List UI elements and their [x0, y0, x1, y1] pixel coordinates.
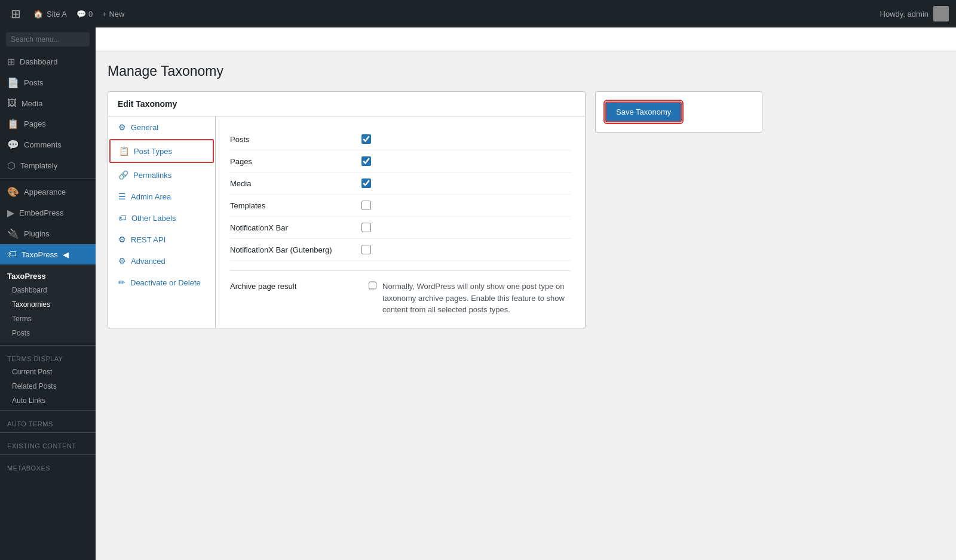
rest-api-icon: ⚙	[118, 235, 126, 244]
media-icon: 🖼	[7, 98, 17, 109]
nav-item-label: General	[131, 123, 158, 132]
archive-right: Normally, WordPress will only show one p…	[369, 281, 571, 316]
sidebar-divider	[0, 179, 96, 179]
comments-icon: 💬	[76, 10, 86, 19]
post-type-row-pages: Pages	[230, 150, 571, 173]
top-bar	[96, 27, 956, 51]
right-sidebar: Save Taxonomy	[595, 91, 762, 328]
sidebar-item-label: Pages	[24, 119, 46, 128]
appearance-icon: 🎨	[7, 186, 19, 198]
existing-content-section-label: Existing Content	[0, 435, 96, 452]
taxopress-icon: 🏷	[7, 249, 17, 260]
comments-menu-icon: 💬	[7, 139, 19, 150]
sidebar-item-label: Media	[22, 99, 42, 108]
save-taxonomy-button[interactable]: Save Taxonomy	[605, 101, 682, 122]
sidebar-item-taxopress[interactable]: 🏷 TaxoPress ◀	[0, 244, 96, 264]
home-icon: 🏠	[33, 10, 43, 19]
sidebar-divider-4	[0, 432, 96, 433]
edit-taxonomy-header: Edit Taxonomy	[108, 92, 585, 116]
post-type-label-templates: Templates	[230, 201, 361, 210]
edit-taxonomy-body: ⚙ General 📋 Post Types 🔗 Permalinks	[108, 116, 585, 328]
page-title: Manage Taxonomy	[108, 63, 944, 79]
new-content-link[interactable]: + New	[102, 10, 124, 19]
advanced-icon: ⚙	[118, 256, 126, 266]
sidebar-item-appearance[interactable]: 🎨 Appearance	[0, 181, 96, 202]
post-type-label-pages: Pages	[230, 157, 361, 166]
submenu-title: TaxoPress	[0, 267, 96, 283]
post-type-row-notificationx: NotificationX Bar	[230, 217, 571, 239]
sidebar-item-pages[interactable]: 📋 Pages	[0, 113, 96, 134]
sidebar-search-container	[0, 27, 96, 51]
nav-item-general[interactable]: ⚙ General	[108, 116, 215, 138]
taxonomy-content-area: Posts Pages Media Templates	[216, 116, 585, 328]
sidebar-item-embedpress[interactable]: ▶ EmbedPress	[0, 202, 96, 223]
submenu-item-taxonomies[interactable]: Taxonomies	[0, 297, 96, 312]
taxonomy-nav: ⚙ General 📋 Post Types 🔗 Permalinks	[108, 116, 216, 328]
submenu-item-terms[interactable]: Terms	[0, 312, 96, 326]
sidebar-item-label: Plugins	[24, 229, 50, 238]
wp-wrapper: ⊞ Dashboard 📄 Posts 🖼 Media 📋 Pages 💬 Co…	[0, 27, 956, 560]
metaboxes-section-label: Metaboxes	[0, 457, 96, 474]
nav-item-label: REST API	[131, 235, 166, 244]
nav-item-label: Other Labels	[131, 214, 176, 223]
nav-item-rest-api[interactable]: ⚙ REST API	[108, 229, 215, 250]
nav-item-permalinks[interactable]: 🔗 Permalinks	[108, 164, 215, 186]
archive-section: Archive page result Normally, WordPress …	[230, 270, 571, 316]
nav-item-admin-area[interactable]: ☰ Admin Area	[108, 186, 215, 207]
post-type-checkbox-notificationx[interactable]	[361, 223, 371, 232]
submenu-item-posts[interactable]: Posts	[0, 326, 96, 340]
sidebar: ⊞ Dashboard 📄 Posts 🖼 Media 📋 Pages 💬 Co…	[0, 27, 96, 560]
sidebar-item-templately[interactable]: ⬡ Templately	[0, 155, 96, 176]
wp-logo-icon[interactable]: ⊞	[7, 5, 24, 22]
post-type-label-notificationx-gutenberg: NotificationX Bar (Gutenberg)	[230, 245, 361, 254]
nav-item-deactivate[interactable]: ✏ Deactivate or Delete	[108, 272, 215, 293]
avatar[interactable]	[933, 6, 949, 21]
site-name-link[interactable]: 🏠 Site A	[33, 10, 67, 19]
archive-description: Normally, WordPress will only show one p…	[382, 281, 571, 316]
post-type-checkbox-templates[interactable]	[361, 201, 371, 210]
submenu-item-auto-links[interactable]: Auto Links	[0, 393, 96, 408]
post-type-checkbox-media[interactable]	[361, 179, 371, 188]
submenu-item-dashboard[interactable]: Dashboard	[0, 283, 96, 297]
post-type-row-notificationx-gutenberg: NotificationX Bar (Gutenberg)	[230, 239, 571, 261]
sidebar-search-input[interactable]	[6, 32, 90, 47]
comments-link[interactable]: 💬 0	[76, 10, 93, 19]
sidebar-item-label: Posts	[24, 78, 44, 87]
post-type-checkbox-pages[interactable]	[361, 156, 371, 166]
post-type-label-media: Media	[230, 179, 361, 188]
sidebar-menu: ⊞ Dashboard 📄 Posts 🖼 Media 📋 Pages 💬 Co…	[0, 51, 96, 176]
nav-item-advanced[interactable]: ⚙ Advanced	[108, 250, 215, 272]
sidebar-divider-5	[0, 454, 96, 455]
submenu-item-related-posts[interactable]: Related Posts	[0, 379, 96, 393]
nav-item-other-labels[interactable]: 🏷 Other Labels	[108, 207, 215, 229]
auto-terms-section-label: Auto Terms	[0, 413, 96, 430]
new-label: + New	[102, 10, 124, 19]
archive-row: Archive page result Normally, WordPress …	[230, 281, 571, 316]
post-type-row-templates: Templates	[230, 195, 571, 217]
other-labels-icon: 🏷	[118, 213, 127, 223]
main-content: Manage Taxonomy Edit Taxonomy ⚙ General …	[96, 27, 956, 560]
submenu-item-current-post[interactable]: Current Post	[0, 365, 96, 379]
nav-item-post-types[interactable]: 📋 Post Types	[109, 139, 214, 163]
sidebar-item-label: Comments	[24, 140, 62, 149]
nav-item-label: Admin Area	[131, 192, 171, 201]
collapse-arrow-icon: ◀	[63, 250, 69, 259]
sidebar-item-label: TaxoPress	[22, 250, 58, 259]
deactivate-icon: ✏	[118, 278, 125, 287]
sidebar-item-label: Dashboard	[20, 57, 58, 66]
posts-icon: 📄	[7, 77, 19, 88]
nav-item-label: Permalinks	[133, 171, 171, 180]
sidebar-item-plugins[interactable]: 🔌 Plugins	[0, 223, 96, 244]
sidebar-item-media[interactable]: 🖼 Media	[0, 93, 96, 113]
sidebar-item-dashboard[interactable]: ⊞ Dashboard	[0, 51, 96, 72]
plugins-icon: 🔌	[7, 228, 19, 239]
post-type-checkbox-notificationx-gutenberg[interactable]	[361, 245, 371, 254]
comments-count: 0	[88, 10, 93, 19]
howdy-text: Howdy, admin	[880, 10, 929, 19]
post-type-checkbox-posts[interactable]	[361, 134, 371, 144]
post-type-label-notificationx: NotificationX Bar	[230, 223, 361, 232]
sidebar-item-comments[interactable]: 💬 Comments	[0, 134, 96, 155]
sidebar-item-posts[interactable]: 📄 Posts	[0, 72, 96, 93]
archive-checkbox[interactable]	[369, 281, 376, 290]
terms-display-section-label: Terms Display	[0, 348, 96, 365]
